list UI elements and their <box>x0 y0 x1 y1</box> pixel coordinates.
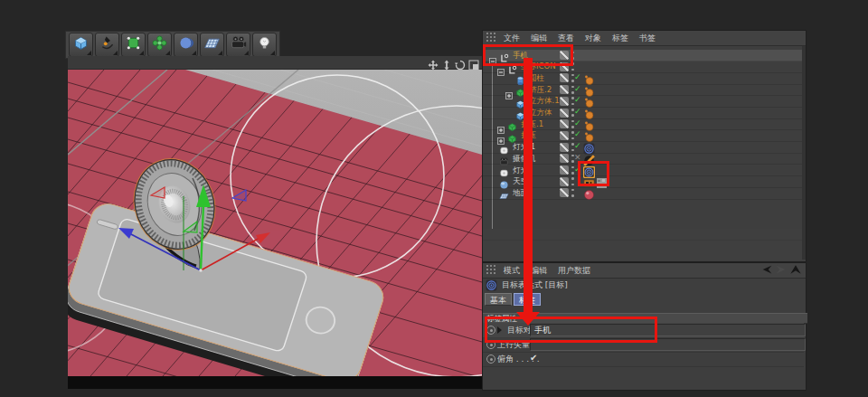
floor-object-icon <box>499 187 509 197</box>
layer-toggle-icon[interactable] <box>560 97 569 106</box>
light-object-icon <box>499 165 509 175</box>
main-toolbar <box>65 31 280 59</box>
layer-toggle-icon[interactable] <box>560 109 569 118</box>
keyframe-ring-icon[interactable] <box>486 354 495 364</box>
object-manager-menu-item-1[interactable]: 编辑 <box>525 33 552 44</box>
viewport-letterbox <box>68 376 482 389</box>
layer-toggle-icon[interactable] <box>560 85 569 94</box>
enabled-check-icon[interactable]: ✓ <box>574 95 581 104</box>
layer-toggle-icon[interactable] <box>560 154 569 163</box>
expand-toggle-icon[interactable] <box>497 120 505 128</box>
environment-sphere-tool-button[interactable] <box>174 33 198 57</box>
object-manager-scrollbar[interactable] <box>802 46 806 260</box>
history-back-icon[interactable] <box>760 264 773 275</box>
phong-tag-icon[interactable] <box>583 72 595 84</box>
object-manager-menu-item-4[interactable]: 标签 <box>607 33 634 44</box>
camera-icon <box>230 34 247 55</box>
material-red-tag-icon[interactable] <box>583 187 595 199</box>
sky-object-icon <box>499 176 509 186</box>
spline-pen-tool-button[interactable] <box>95 33 119 57</box>
layer-toggle-icon[interactable] <box>560 119 569 128</box>
attribute-history-nav <box>759 264 802 275</box>
object-manager-menu-item-0[interactable]: 文件 <box>498 33 525 44</box>
light-object-icon <box>499 142 509 152</box>
visibility-dots-icon[interactable] <box>571 177 574 185</box>
spline-pen-icon <box>99 34 116 55</box>
phong-tag-icon[interactable] <box>583 107 595 118</box>
target-tag-icon[interactable] <box>583 141 595 153</box>
modeling-flower-tool-button[interactable] <box>147 33 172 57</box>
annotation-rect-phone-object <box>483 44 573 66</box>
layer-toggle-icon[interactable] <box>560 73 569 82</box>
annotation-arrow-shaft <box>524 58 533 312</box>
attribute-title: 目标表达式 [目标] <box>502 279 568 291</box>
cube-primitive-tool-button[interactable] <box>69 33 93 57</box>
extrude-object-icon <box>507 130 517 140</box>
enabled-check-icon[interactable]: ✓ <box>574 118 581 128</box>
target-expression-icon <box>486 279 497 291</box>
attribute-manager-grip-icon[interactable] <box>483 265 498 276</box>
toggle-view-icon[interactable] <box>468 57 479 68</box>
history-forward-icon[interactable] <box>775 264 788 275</box>
annotation-rect-target-tag <box>578 161 609 186</box>
generator-cube-tool-button[interactable] <box>121 33 146 57</box>
rotate-view-icon[interactable] <box>455 57 466 68</box>
phong-tag-icon[interactable] <box>583 84 595 96</box>
expand-toggle-icon[interactable] <box>497 131 505 138</box>
cube-primitive-icon <box>72 34 90 55</box>
annotation-rect-target-field <box>485 317 657 343</box>
object-manager-menu-item-2[interactable]: 查看 <box>552 33 580 44</box>
camera-tool-button[interactable] <box>226 33 250 57</box>
object-manager-grip-icon[interactable] <box>483 33 498 43</box>
object-manager-menu-item-5[interactable]: 书签 <box>634 33 661 44</box>
pan-icon[interactable] <box>428 57 439 68</box>
enabled-check-icon[interactable]: ✓ <box>574 141 581 150</box>
generator-cube-icon <box>125 34 142 55</box>
phong-tag-icon[interactable] <box>583 95 595 107</box>
viewport-panel <box>68 56 482 389</box>
pitch-checkbox[interactable]: ✔ <box>530 353 537 363</box>
enabled-check-icon[interactable]: ✓ <box>574 107 581 116</box>
pitch-row: 俯角 . . . . . ✔ <box>483 352 804 367</box>
expand-toggle-icon[interactable] <box>505 86 513 93</box>
go-up-icon[interactable] <box>789 264 802 275</box>
extrude-object-icon <box>507 118 517 128</box>
visibility-dots-icon[interactable] <box>571 189 574 197</box>
environment-sphere-icon <box>177 34 194 55</box>
floor-grid-icon <box>203 34 221 55</box>
application-window: 文件编辑查看对象标签书签 手机坐标ICON圆柱✓挤压.2✓立方体.1✓立方体✓挤… <box>0 0 868 397</box>
object-manager-menu-item-3[interactable]: 对象 <box>580 33 607 44</box>
object-label: 立方体.1 <box>529 96 560 107</box>
layer-toggle-icon[interactable] <box>560 165 569 175</box>
light-tool-button[interactable] <box>252 33 277 57</box>
layer-toggle-icon[interactable] <box>560 131 569 140</box>
dolly-zoom-icon[interactable] <box>441 57 452 68</box>
enabled-check-icon[interactable]: ✓ <box>574 84 581 93</box>
tab-basic[interactable]: 基本 <box>485 293 512 306</box>
viewport-canvas[interactable] <box>68 70 482 376</box>
camera-object-icon <box>499 153 509 163</box>
attribute-manager-menu-item-2[interactable]: 用户数据 <box>552 265 596 277</box>
layer-toggle-icon[interactable] <box>560 143 569 152</box>
layer-toggle-icon[interactable] <box>560 188 569 197</box>
phong-tag-icon[interactable] <box>583 118 595 130</box>
enabled-check-icon[interactable]: ✓ <box>574 129 581 138</box>
modeling-flower-icon <box>151 34 168 55</box>
layer-toggle-icon[interactable] <box>560 177 569 186</box>
attribute-tabs: 基本标签 <box>485 293 542 306</box>
viewport-header <box>68 56 482 70</box>
attribute-manager-menu-item-0[interactable]: 模式 <box>498 265 525 277</box>
light-icon <box>256 34 273 55</box>
enabled-check-icon[interactable]: ✓ <box>574 72 581 81</box>
phong-tag-icon[interactable] <box>583 129 595 141</box>
floor-grid-tool-button[interactable] <box>200 33 224 57</box>
